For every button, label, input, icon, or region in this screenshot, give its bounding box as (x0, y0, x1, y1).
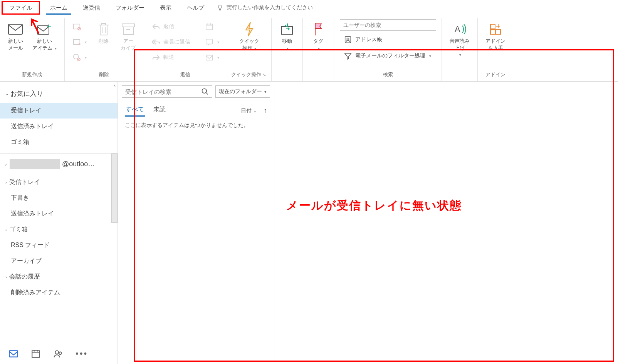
ribbon-group-search: アドレス帳 電子メールのフィルター処理▾ 検索 (334, 18, 442, 81)
folder-drafts[interactable]: 下書き (0, 190, 118, 206)
main-area: ‹ ⌄お気に入り 受信トレイ 送信済みトレイ ゴミ箱 ⌄ @outloo… ›受… (0, 82, 618, 364)
get-addins-button[interactable]: アドイン を入手 (482, 19, 509, 53)
svg-rect-8 (122, 24, 134, 27)
collapse-sidebar-button[interactable]: ‹ (112, 82, 118, 89)
menu-help[interactable]: ヘルプ (179, 1, 212, 15)
forward-button[interactable]: 転送 (148, 50, 194, 65)
calendar-nav-icon[interactable] (31, 349, 41, 359)
nav-switcher: ••• (0, 343, 118, 364)
people-search-input[interactable] (340, 19, 436, 31)
ignore-icon (72, 22, 81, 31)
menu-file[interactable]: ファイル (2, 1, 40, 15)
fav-inbox[interactable]: 受信トレイ (0, 103, 118, 119)
reply-icon (152, 22, 160, 31)
account-header[interactable]: ⌄ @outloo… (0, 154, 118, 174)
message-list-pane: 現在のフォルダー▾ すべて 未読 日付 ⌄ ↑ ここに表示するアイテムは見つかり… (118, 82, 274, 364)
address-book-button[interactable]: アドレス帳 (340, 32, 436, 47)
dialog-launcher-icon[interactable]: ↘ (262, 72, 266, 77)
filter-email-button[interactable]: 電子メールのフィルター処理▾ (340, 48, 436, 63)
flag-icon (313, 22, 324, 36)
tab-all[interactable]: すべて (125, 104, 145, 117)
folder-archive[interactable]: アーカイブ (0, 253, 118, 269)
ribbon-group-reply: 返信 全員に返信 転送 ▾ ▾ 返信 (144, 18, 227, 81)
inbox-search-input[interactable] (125, 88, 201, 95)
move-button[interactable]: 移動▾ (275, 19, 299, 53)
archive-icon (121, 23, 136, 36)
folder-sent[interactable]: 送信済みトレイ (0, 206, 118, 222)
ignore-button[interactable] (69, 19, 91, 34)
lightbulb-icon (217, 4, 223, 11)
menu-home[interactable]: ホーム (42, 1, 75, 15)
menu-bar: ファイル ホーム 送受信 フォルダー 表示 ヘルプ 実行したい作業を入力してくだ… (0, 0, 618, 15)
ribbon-group-delete: ▾ ▾ 削除 アー カイブ 削除 (65, 18, 144, 81)
scrollbar[interactable] (111, 154, 118, 223)
menu-folder[interactable]: フォルダー (108, 1, 152, 15)
menu-view[interactable]: 表示 (152, 1, 179, 15)
quick-steps-button[interactable]: クイック 操作 ▾ (235, 19, 263, 53)
tab-unread[interactable]: 未読 (153, 104, 166, 117)
svg-rect-11 (206, 39, 212, 44)
tag-button[interactable]: タグ▾ (307, 19, 330, 53)
svg-rect-2 (37, 26, 49, 34)
group-label-move (286, 70, 288, 80)
svg-point-23 (59, 352, 62, 355)
junk-icon (72, 53, 81, 62)
group-label-new: 新規作成 (22, 69, 42, 80)
folder-trash[interactable]: ›ゴミ箱 (0, 222, 118, 237)
fav-sent[interactable]: 送信済みトレイ (0, 119, 118, 134)
ribbon-group-tag: タグ▾ (303, 18, 334, 81)
svg-rect-9 (123, 27, 133, 35)
archive-button[interactable]: アー カイブ (117, 19, 140, 53)
ribbon-group-quick: クイック 操作 ▾ クイック操作 ↘ (227, 18, 272, 81)
svg-rect-19 (490, 30, 495, 34)
ribbon-group-new: 新しい メール 新しい アイテム ▾ 新規作成 (0, 18, 65, 81)
mail-nav-icon[interactable] (8, 349, 18, 359)
delete-button[interactable]: 削除 (92, 19, 115, 46)
tell-me-search[interactable]: 実行したい作業を入力してください (212, 1, 317, 14)
move-folder-icon (280, 23, 294, 35)
junk-button[interactable]: ▾ (69, 50, 91, 65)
folder-inbox[interactable]: ›受信トレイ (0, 174, 118, 190)
svg-text:A: A (455, 24, 460, 34)
more-reply-button[interactable]: ▾ (201, 50, 223, 65)
new-item-button[interactable]: 新しい アイテム ▾ (29, 19, 60, 53)
reply-all-button[interactable]: 全員に返信 (148, 35, 194, 49)
folder-conversation-history[interactable]: ›会話の履歴 (0, 269, 118, 285)
reply-button[interactable]: 返信 (148, 19, 194, 34)
folder-deleted[interactable]: 削除済みアイテム (0, 285, 118, 301)
people-nav-icon[interactable] (53, 349, 63, 359)
favorites-header[interactable]: ⌄お気に入り (0, 85, 118, 103)
svg-rect-3 (73, 24, 80, 29)
cleanup-button[interactable]: ▾ (69, 35, 91, 49)
sort-direction-button[interactable]: ↑ (264, 107, 267, 115)
address-book-icon (344, 35, 352, 44)
group-label-reply: 返信 (180, 69, 190, 80)
ribbon-group-move: 移動▾ (272, 18, 303, 81)
read-aloud-button[interactable]: A 音声読み 上げ▾ (446, 19, 474, 60)
svg-rect-10 (206, 24, 212, 30)
svg-rect-21 (32, 351, 40, 357)
svg-rect-18 (496, 30, 500, 34)
trash-icon (97, 22, 110, 37)
menu-sendrecv[interactable]: 送受信 (75, 1, 108, 15)
more-nav-icon[interactable]: ••• (76, 349, 86, 359)
inbox-search[interactable] (122, 85, 212, 98)
ribbon: 新しい メール 新しい アイテム ▾ 新規作成 ▾ ▾ 削除 アー カイブ (0, 15, 618, 82)
lightning-icon (244, 22, 255, 37)
meeting-button[interactable] (201, 19, 223, 34)
sort-by-button[interactable]: 日付 ⌄ (241, 107, 257, 114)
search-scope-dropdown[interactable]: 現在のフォルダー▾ (215, 85, 270, 98)
svg-rect-12 (206, 55, 212, 60)
new-mail-button[interactable]: 新しい メール (4, 19, 27, 53)
folder-sidebar: ‹ ⌄お気に入り 受信トレイ 送信済みトレイ ゴミ箱 ⌄ @outloo… ›受… (0, 82, 118, 364)
calendar-reply-icon (205, 22, 213, 31)
svg-rect-14 (345, 37, 351, 43)
group-label-tts (459, 70, 460, 80)
addins-icon (489, 23, 502, 36)
fav-trash[interactable]: ゴミ箱 (0, 134, 118, 150)
folder-rss[interactable]: RSS フィード (0, 237, 118, 253)
cleanup-icon (72, 38, 81, 46)
ribbon-group-addin: アドイン を入手 アドイン (478, 18, 513, 81)
chat-icon (205, 38, 213, 46)
im-button[interactable]: ▾ (201, 35, 223, 49)
